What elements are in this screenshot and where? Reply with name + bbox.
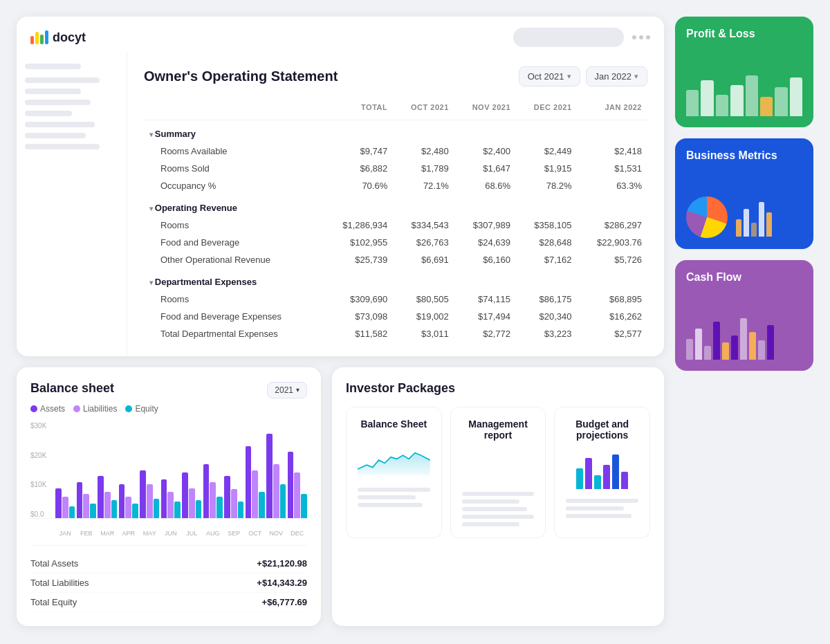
nav-line[interactable] bbox=[25, 133, 86, 138]
bar-month-bar bbox=[259, 492, 265, 518]
table-row: Food and Beverage$102,955$26,763$24,639$… bbox=[144, 234, 647, 251]
wbar bbox=[790, 77, 802, 116]
investor-card: Investor Packages Balance Sheet bbox=[332, 367, 664, 626]
bar-month-bar bbox=[196, 500, 202, 518]
package-line bbox=[462, 522, 520, 526]
bar-month-bar bbox=[273, 464, 279, 518]
row-value: $74,115 bbox=[454, 291, 516, 308]
nav-line[interactable] bbox=[25, 144, 100, 149]
total-label-assets: Total Assets bbox=[30, 558, 78, 569]
package-line bbox=[358, 495, 416, 499]
pie-chart bbox=[686, 196, 728, 238]
row-value: $334,543 bbox=[393, 217, 454, 234]
x-label: FEB bbox=[77, 530, 97, 537]
widget-profit-loss[interactable]: Profit & Loss bbox=[675, 17, 813, 127]
row-value: $6,160 bbox=[454, 251, 516, 268]
bar-month-bar bbox=[189, 488, 195, 518]
x-label: JUN bbox=[161, 530, 181, 537]
widget-cash-flow[interactable]: Cash Flow bbox=[675, 260, 813, 371]
budget-bar bbox=[621, 472, 628, 489]
nav-line[interactable] bbox=[25, 122, 95, 127]
legend-dot-assets bbox=[30, 405, 37, 412]
mini-bar bbox=[744, 209, 749, 237]
package-management-report[interactable]: Management report bbox=[450, 407, 546, 538]
purple-chart bbox=[686, 315, 802, 360]
budget-bars bbox=[576, 451, 628, 489]
row-value: $24,639 bbox=[454, 234, 516, 251]
package-balance-sheet[interactable]: Balance Sheet bbox=[346, 407, 442, 538]
row-value: $19,002 bbox=[393, 308, 454, 325]
row-value: $80,505 bbox=[393, 291, 454, 308]
bar-month-group bbox=[140, 422, 160, 518]
mini-bar bbox=[759, 202, 764, 237]
bar-month-bar bbox=[301, 494, 307, 518]
data-table: TOTAL OCT 2021 NOV 2021 DEC 2021 JAN 202… bbox=[144, 100, 647, 342]
row-value: $9,747 bbox=[323, 142, 393, 160]
row-value: $17,494 bbox=[454, 308, 516, 325]
budget-bar bbox=[576, 468, 583, 489]
bar-month-bar bbox=[252, 470, 258, 519]
row-label: Total Departmental Expenses bbox=[144, 325, 323, 342]
package-line bbox=[462, 492, 535, 496]
row-label: Rooms bbox=[144, 291, 323, 308]
bar-month-bar bbox=[147, 484, 153, 518]
package-chart-bp bbox=[566, 449, 638, 490]
section-header-cell: Departmental Expenses bbox=[144, 268, 647, 291]
row-value: $1,647 bbox=[454, 160, 516, 177]
section-header-row: Operating Revenue bbox=[144, 194, 647, 217]
date-from-btn[interactable]: Oct 2021 bbox=[519, 66, 580, 86]
package-line bbox=[566, 506, 624, 510]
bar-month-bar bbox=[90, 504, 96, 518]
row-value: $28,648 bbox=[516, 234, 578, 251]
row-value: $2,480 bbox=[393, 142, 454, 160]
bar-month-bar bbox=[77, 482, 83, 518]
logo-text: docyt bbox=[53, 30, 86, 45]
date-to-btn[interactable]: Jan 2022 bbox=[586, 66, 648, 86]
bar-month-bar bbox=[224, 476, 230, 518]
bar-month-group bbox=[246, 422, 266, 518]
pbar bbox=[695, 329, 702, 360]
section-header-cell: Operating Revenue bbox=[144, 194, 647, 217]
section-header-row: Summary bbox=[144, 120, 647, 143]
row-label: Rooms Sold bbox=[144, 160, 323, 177]
table-row: Other Operational Revenue$25,739$6,691$6… bbox=[144, 251, 647, 268]
year-filter-btn[interactable]: 2021 bbox=[267, 382, 307, 398]
row-value: $1,531 bbox=[578, 160, 647, 177]
package-budget-projections[interactable]: Budget and projections bbox=[554, 407, 650, 538]
widget-chart-pl bbox=[686, 68, 802, 116]
widget-business-metrics[interactable]: Business Metrics bbox=[675, 138, 813, 249]
widget-title-bm: Business Metrics bbox=[686, 149, 802, 162]
nav-line[interactable] bbox=[25, 111, 72, 116]
package-lines-mr bbox=[462, 492, 535, 526]
nav-line[interactable] bbox=[25, 77, 100, 83]
package-line bbox=[358, 488, 430, 492]
mini-bar bbox=[736, 219, 741, 237]
nav-line[interactable] bbox=[25, 100, 91, 105]
mini-bar bbox=[766, 212, 772, 237]
bar-month-group bbox=[161, 422, 181, 518]
row-value: $2,449 bbox=[516, 142, 578, 160]
row-value: $6,882 bbox=[323, 160, 393, 177]
row-value: $22,903.76 bbox=[578, 234, 647, 251]
package-line bbox=[566, 514, 631, 518]
budget-bar bbox=[603, 465, 610, 489]
row-label: Rooms bbox=[144, 217, 323, 234]
total-value-liabilities: +$14,343.29 bbox=[257, 578, 307, 588]
table-row: Rooms Available$9,747$2,480$2,400$2,449$… bbox=[144, 142, 647, 160]
row-value: $86,175 bbox=[516, 291, 578, 308]
pbar bbox=[731, 335, 738, 360]
business-chart bbox=[686, 196, 802, 238]
logo-bar-1 bbox=[30, 36, 34, 44]
package-title-bs: Balance Sheet bbox=[358, 418, 430, 430]
bar-month-bar bbox=[266, 434, 273, 518]
x-label: SEP bbox=[224, 530, 244, 537]
col-oct: OCT 2021 bbox=[393, 100, 454, 120]
y-label-30k: $30K bbox=[30, 422, 46, 430]
nav-line[interactable] bbox=[25, 89, 81, 94]
y-label-10k: $10K bbox=[30, 481, 46, 488]
legend-label-equity: Equity bbox=[135, 404, 158, 414]
right-panel: Profit & Loss Business Metrics bbox=[675, 17, 813, 626]
line-chart-svg bbox=[358, 438, 430, 479]
package-line bbox=[462, 507, 527, 511]
col-jan: JAN 2022 bbox=[578, 100, 647, 120]
